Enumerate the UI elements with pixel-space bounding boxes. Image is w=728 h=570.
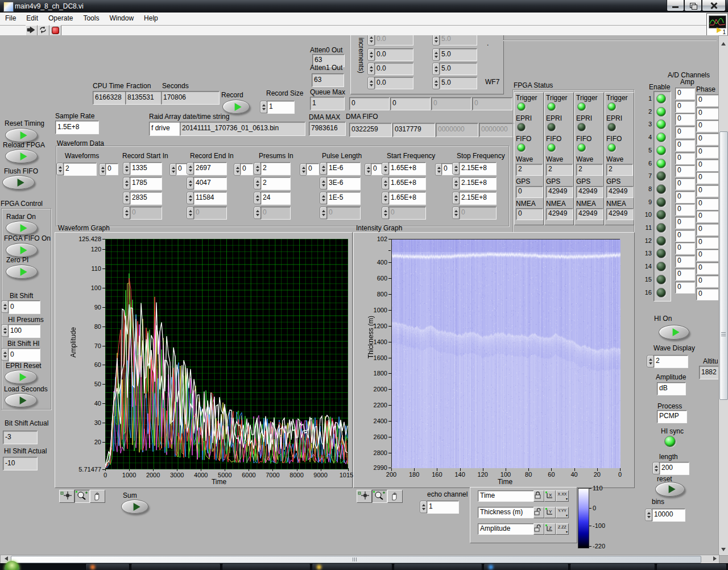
stop-frequency-2[interactable]: 2.15E+8 (459, 192, 497, 205)
phase-input-16[interactable]: 0 (696, 288, 721, 300)
load-seconds-button[interactable] (5, 393, 37, 407)
amp-input-8[interactable]: 0 (675, 178, 695, 190)
record-start-in-0[interactable]: 1335 (130, 162, 162, 175)
amp-input-10[interactable]: 0 (675, 204, 695, 216)
intensity-palette-crosshair-cursor[interactable] (357, 490, 372, 503)
amp-input-13[interactable]: 0 (675, 242, 695, 254)
menu-edit[interactable]: Edit (21, 13, 43, 25)
index-input-3[interactable]: 0 (306, 163, 319, 175)
sum-toggle[interactable] (121, 499, 148, 514)
amp-input-16[interactable]: 0 (675, 282, 695, 294)
sample-rate-input[interactable]: 1.5E+8 (55, 121, 99, 134)
amp-input-2[interactable]: 0 (675, 101, 695, 113)
axis-format-button[interactable]: X.XX▾ (556, 490, 569, 502)
menu-help[interactable]: Help (139, 13, 163, 25)
hi-presums-input[interactable]: 100 (8, 324, 40, 338)
bit-shift-hi-input[interactable]: 0 (8, 348, 40, 362)
scroll-right-arrow[interactable] (710, 556, 718, 562)
vertical-scrollbar[interactable] (718, 35, 728, 556)
phase-input-5[interactable]: 0 (696, 146, 721, 158)
scroll-up-arrow[interactable] (719, 39, 727, 47)
phase-input-3[interactable]: 0 (696, 120, 721, 132)
phase-input-4[interactable]: 0 (696, 133, 721, 145)
hi-on-toggle[interactable] (659, 325, 689, 340)
phase-input-11[interactable]: 0 (696, 224, 721, 236)
wave-display-input[interactable]: 2 (653, 355, 688, 368)
axis-name-0[interactable]: Time (478, 490, 535, 502)
bins-input[interactable]: 10000 (652, 509, 685, 522)
axis-name-2[interactable]: Amplitude (478, 523, 535, 535)
phase-input-9[interactable]: 0 (696, 198, 721, 210)
taskbar-button-7[interactable] (656, 564, 727, 570)
stop-frequency-0[interactable]: 2.15E+8 (459, 162, 497, 175)
epri-reset-button[interactable] (5, 370, 37, 384)
taskbar-button-5[interactable] (483, 564, 569, 570)
record-end-in-2[interactable]: 11584 (193, 192, 227, 205)
intensity-palette-pan-hand[interactable] (387, 490, 403, 503)
taskbar-button-0[interactable] (85, 564, 130, 570)
bit-shift-input[interactable]: 0 (8, 300, 40, 314)
reset-toggle[interactable] (655, 482, 685, 497)
raid-drive-input[interactable]: f drive (149, 122, 180, 136)
phase-input-8[interactable]: 0 (696, 185, 721, 197)
pulse-length-2[interactable]: 1E-5 (326, 192, 361, 205)
start-frequency-1[interactable]: 1.65E+8 (388, 177, 426, 190)
horizontal-scroll-thumb[interactable] (11, 556, 701, 563)
amp-input-6[interactable]: 0 (675, 152, 695, 164)
radar-on-toggle[interactable] (6, 221, 38, 235)
fpga-fifo-on-toggle[interactable] (6, 243, 38, 257)
presums-in-1[interactable]: 2 (260, 177, 291, 190)
start-frequency-2[interactable]: 1.65E+8 (388, 192, 426, 205)
record-size-input[interactable]: 1 (267, 101, 295, 114)
phase-input-6[interactable]: 0 (696, 159, 721, 171)
axis-autoscale-button[interactable]: X (544, 490, 556, 502)
index-input-0[interactable]: 0 (105, 163, 118, 175)
restore-button[interactable] (684, 0, 702, 11)
phase-input-14[interactable]: 0 (696, 262, 721, 274)
record-end-in-0[interactable]: 2697 (193, 162, 227, 175)
presums-in-0[interactable]: 2 (260, 162, 291, 175)
amp-input-1[interactable]: 0 (675, 88, 695, 100)
waveform-palette-zoom-magnifier[interactable] (75, 490, 90, 503)
minimize-button[interactable] (667, 0, 684, 11)
phase-input-1[interactable]: 0 (696, 94, 721, 106)
scroll-left-arrow[interactable] (2, 556, 9, 562)
amp-input-7[interactable]: 0 (675, 165, 695, 177)
zero-pi-toggle[interactable] (6, 265, 38, 279)
presums-in-2[interactable]: 24 (260, 192, 291, 205)
taskbar-button-6[interactable] (570, 564, 655, 570)
record-toggle[interactable] (222, 100, 250, 114)
phase-input-2[interactable]: 0 (696, 108, 721, 119)
pulse-length-0[interactable]: 1E-6 (326, 162, 361, 175)
axis-name-1[interactable]: Thickness (m) (478, 507, 535, 518)
menu-tools[interactable]: Tools (78, 13, 104, 25)
abort-button[interactable] (49, 25, 61, 36)
phase-input-13[interactable]: 0 (696, 249, 721, 261)
process-select[interactable]: PCMP (657, 410, 687, 423)
amp-input-3[interactable]: 0 (675, 113, 695, 125)
reload-fpga-button[interactable] (5, 149, 38, 163)
waveforms-input[interactable]: 2 (63, 163, 97, 176)
taskbar-button-2[interactable] (222, 564, 311, 570)
axis-autoscale-button[interactable]: Z (544, 523, 556, 535)
run-button[interactable] (26, 25, 38, 36)
taskbar-button-3[interactable] (312, 564, 392, 570)
axis-format-button[interactable]: Y.YY▾ (556, 507, 569, 518)
amp-input-5[interactable]: 0 (675, 139, 695, 151)
phase-input-12[interactable]: 0 (696, 237, 721, 249)
scroll-down-arrow[interactable] (719, 546, 727, 554)
record-end-in-1[interactable]: 4047 (193, 177, 227, 190)
reset-timing-button[interactable] (5, 128, 38, 142)
waveform-palette-crosshair-cursor[interactable] (59, 490, 75, 503)
stop-frequency-1[interactable]: 2.15E+8 (459, 177, 497, 190)
amp-input-14[interactable]: 0 (675, 255, 695, 267)
axis-lock-closed[interactable] (533, 490, 544, 502)
amp-input-15[interactable]: 0 (675, 269, 695, 280)
amp-input-12[interactable]: 0 (675, 230, 695, 242)
run-continuous-button[interactable] (38, 25, 49, 36)
menu-file[interactable]: File (0, 13, 21, 25)
amp-input-4[interactable]: 0 (675, 126, 695, 138)
pulse-length-1[interactable]: 3E-6 (326, 177, 361, 190)
menu-operate[interactable]: Operate (43, 13, 78, 25)
record-start-in-1[interactable]: 1785 (130, 177, 162, 190)
